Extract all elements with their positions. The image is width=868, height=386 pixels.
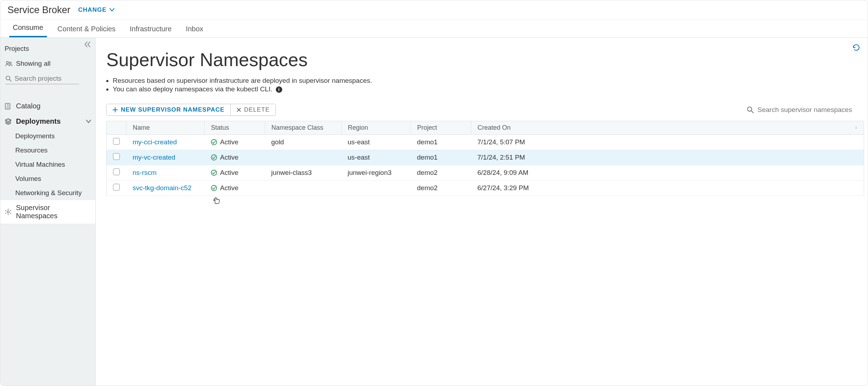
svg-point-24 <box>211 170 217 176</box>
check-circle-icon <box>211 170 217 176</box>
nav-catalog[interactable]: Catalog <box>0 98 95 114</box>
column-checkbox <box>107 121 127 135</box>
column-namespace-class[interactable]: Namespace Class <box>265 121 341 135</box>
column-created-on[interactable]: Created On ↓ <box>471 121 864 135</box>
check-circle-icon <box>211 139 217 145</box>
status-cell: Active <box>211 184 258 192</box>
namespace-name-link[interactable]: my-vc-created <box>133 154 175 161</box>
column-project[interactable]: Project <box>411 121 471 135</box>
refresh-button[interactable] <box>852 43 861 52</box>
region-cell: us-east <box>341 150 411 165</box>
projects-heading: Projects <box>5 43 91 58</box>
table-row[interactable]: my-cci-created Active gold us-east demo1… <box>107 135 864 150</box>
delete-button-label: DELETE <box>244 106 270 113</box>
sidebar: Projects Showing all <box>0 38 96 386</box>
tab-content-policies[interactable]: Content & Policies <box>54 21 119 37</box>
row-checkbox[interactable] <box>113 138 120 145</box>
search-namespaces-input[interactable] <box>757 106 857 114</box>
svg-line-21 <box>751 111 754 113</box>
namespace-name-link[interactable]: svc-tkg-domain-c52 <box>133 184 192 192</box>
column-region[interactable]: Region <box>341 121 411 135</box>
users-icon <box>5 61 12 66</box>
desc-line-2: You can also deploy namespaces via the k… <box>113 85 857 93</box>
svg-point-15 <box>5 210 6 211</box>
nav-sub-deployments[interactable]: Deployments <box>11 129 95 143</box>
created-on-cell: 7/1/24, 5:07 PM <box>471 135 864 150</box>
table-row[interactable]: my-vc-created Active us-east demo1 7/1/2… <box>107 150 864 165</box>
table-row[interactable]: svc-tkg-domain-c52 Active demo2 6/27/24,… <box>107 181 864 196</box>
namespace-name-link[interactable]: ns-rscm <box>133 169 157 176</box>
svg-point-1 <box>10 62 11 64</box>
plus-icon <box>112 107 118 113</box>
nav-supervisor-namespaces-label: Supervisor Namespaces <box>16 204 91 220</box>
status-text: Active <box>220 138 239 146</box>
delete-button[interactable]: DELETE <box>231 104 275 116</box>
search-projects-field[interactable] <box>5 75 79 84</box>
row-checkbox[interactable] <box>113 168 120 175</box>
tab-inbox[interactable]: Inbox <box>182 21 207 37</box>
svg-point-13 <box>8 214 9 215</box>
region-cell <box>341 181 411 196</box>
svg-point-9 <box>7 211 9 213</box>
cursor-pointer-icon <box>212 195 220 204</box>
tab-consume[interactable]: Consume <box>9 19 47 37</box>
showing-all-label: Showing all <box>16 60 50 68</box>
svg-line-3 <box>10 80 11 81</box>
chevron-double-left-icon <box>84 41 91 48</box>
nav-sub-resources[interactable]: Resources <box>11 143 95 157</box>
nav-sub-networking-security[interactable]: Networking & Security <box>11 186 95 200</box>
collapse-sidebar-button[interactable] <box>84 41 91 48</box>
nav-deployments-group[interactable]: Deployments <box>0 114 95 129</box>
search-icon <box>747 106 754 113</box>
namespace-class-cell <box>265 150 341 165</box>
region-cell: us-east <box>341 135 411 150</box>
header-bar: Service Broker CHANGE <box>0 0 868 20</box>
tab-infrastructure[interactable]: Infrastructure <box>126 21 175 37</box>
namespace-class-cell: junwei-class3 <box>265 165 341 181</box>
search-icon <box>5 75 12 82</box>
info-icon[interactable]: i <box>276 86 282 93</box>
change-service-button[interactable]: CHANGE <box>78 6 114 14</box>
chevron-down-icon <box>109 8 114 12</box>
column-name[interactable]: Name <box>126 121 204 135</box>
svg-point-22 <box>211 140 217 145</box>
new-button-label: NEW SUPERVISOR NAMESPACE <box>121 106 225 113</box>
deployments-icon <box>5 118 12 125</box>
region-cell: junwei-region3 <box>341 165 411 181</box>
row-checkbox[interactable] <box>113 184 120 191</box>
created-on-cell: 6/27/24, 3:29 PM <box>471 181 864 196</box>
project-filter-showing-all[interactable]: Showing all <box>5 58 91 73</box>
namespace-icon <box>5 208 12 215</box>
nav-sub-virtual-machines[interactable]: Virtual Machines <box>11 157 95 172</box>
page-title: Supervisor Namespaces <box>106 49 857 70</box>
search-namespaces-field[interactable] <box>747 106 857 114</box>
svg-point-10 <box>8 209 9 210</box>
svg-point-20 <box>748 107 752 111</box>
namespace-class-cell: gold <box>265 135 341 150</box>
status-text: Active <box>220 169 239 177</box>
catalog-icon <box>5 103 12 110</box>
nav-supervisor-namespaces[interactable]: Supervisor Namespaces <box>0 200 95 224</box>
new-supervisor-namespace-button[interactable]: NEW SUPERVISOR NAMESPACE <box>107 104 231 116</box>
svg-point-14 <box>5 213 6 214</box>
svg-point-0 <box>6 61 9 64</box>
check-circle-icon <box>211 154 217 161</box>
nav-sub-volumes[interactable]: Volumes <box>11 172 95 186</box>
namespace-name-link[interactable]: my-cci-created <box>133 138 177 146</box>
namespaces-table: Name Status Namespace Class Region Proje… <box>106 121 864 196</box>
status-cell: Active <box>211 138 258 146</box>
svg-point-2 <box>6 76 10 80</box>
close-icon <box>236 107 241 112</box>
nav-deployments-label: Deployments <box>16 117 61 125</box>
column-status[interactable]: Status <box>204 121 265 135</box>
row-checkbox[interactable] <box>113 153 120 160</box>
status-text: Active <box>220 154 239 161</box>
main-tabs: Consume Content & Policies Infrastructur… <box>0 20 868 38</box>
table-row[interactable]: ns-rscm Active junwei-class3 junwei-regi… <box>107 165 864 181</box>
search-projects-input[interactable] <box>15 75 79 82</box>
project-cell: demo2 <box>411 181 471 196</box>
desc-line-1: Resources based on supervisor infrastruc… <box>113 77 857 85</box>
toolbar-button-group: NEW SUPERVISOR NAMESPACE DELETE <box>106 104 276 116</box>
refresh-icon <box>852 43 861 52</box>
namespace-class-cell <box>265 181 341 196</box>
